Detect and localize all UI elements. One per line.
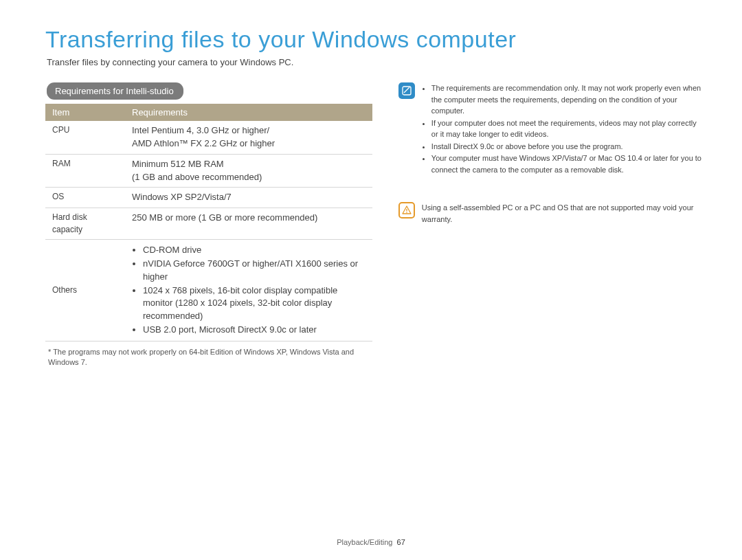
cell-item: OS <box>45 188 125 208</box>
svg-rect-0 <box>403 87 411 95</box>
table-row: RAM Minimum 512 MB RAM (1 GB and above r… <box>45 154 372 188</box>
warning-icon <box>398 202 415 219</box>
requirements-table: Item Requirements CPU Intel Pentium 4, 3… <box>45 104 372 341</box>
list-item: USB 2.0 port, Microsoft DirectX 9.0c or … <box>143 324 366 337</box>
cell-req: 250 MB or more (1 GB or more recommended… <box>125 208 372 240</box>
page-title: Transferring files to your Windows compu… <box>45 26 702 53</box>
table-row: OS Windows XP SP2/Vista/7 <box>45 188 372 208</box>
intro-text: Transfer files by connecting your camera… <box>47 57 702 67</box>
cell-req: CD-ROM drive nVIDIA Geforce 7600GT or hi… <box>125 240 372 341</box>
right-column: The requirements are recommendation only… <box>398 82 702 368</box>
list-item: Your computer must have Windows XP/Vista… <box>431 153 702 175</box>
cell-item: RAM <box>45 154 125 188</box>
table-row: CPU Intel Pentium 4, 3.0 GHz or higher/ … <box>45 121 372 154</box>
cell-req: Minimum 512 MB RAM (1 GB and above recom… <box>125 154 372 188</box>
page-footer: Playback/Editing 67 <box>0 538 742 546</box>
table-row: Others CD-ROM drive nVIDIA Geforce 7600G… <box>45 240 372 341</box>
others-list: CD-ROM drive nVIDIA Geforce 7600GT or hi… <box>132 244 366 337</box>
cell-req: Windows XP SP2/Vista/7 <box>125 188 372 208</box>
footer-page-number: 67 <box>397 538 405 546</box>
th-item: Item <box>45 104 125 121</box>
left-column: Requirements for Intelli-studio Item Req… <box>45 82 372 368</box>
warning-callout: Using a self-assembled PC or a PC and OS… <box>398 202 702 225</box>
list-item: If your computer does not meet the requi… <box>431 117 702 140</box>
cell-req: Intel Pentium 4, 3.0 GHz or higher/ AMD … <box>125 121 372 154</box>
section-heading-pill: Requirements for Intelli-studio <box>47 82 183 100</box>
list-item: nVIDIA Geforce 7600GT or higher/ATI X160… <box>143 258 366 284</box>
cell-item: CPU <box>45 121 125 154</box>
warning-text: Using a self-assembled PC or a PC and OS… <box>422 202 702 225</box>
cell-item: Hard disk capacity <box>45 208 125 240</box>
svg-point-2 <box>406 212 407 213</box>
note-list: The requirements are recommendation only… <box>422 82 702 176</box>
list-item: CD-ROM drive <box>143 244 366 257</box>
cell-item: Others <box>45 240 125 341</box>
list-item: 1024 x 768 pixels, 16-bit color display … <box>143 284 366 324</box>
list-item: The requirements are recommendation only… <box>431 82 702 117</box>
footnote: * The programs may not work properly on … <box>48 347 372 368</box>
list-item: Install DirectX 9.0c or above before you… <box>431 141 702 153</box>
note-callout: The requirements are recommendation only… <box>398 82 702 176</box>
th-requirements: Requirements <box>125 104 372 121</box>
note-icon <box>398 82 415 99</box>
footer-section: Playback/Editing <box>337 538 392 546</box>
table-row: Hard disk capacity 250 MB or more (1 GB … <box>45 208 372 240</box>
